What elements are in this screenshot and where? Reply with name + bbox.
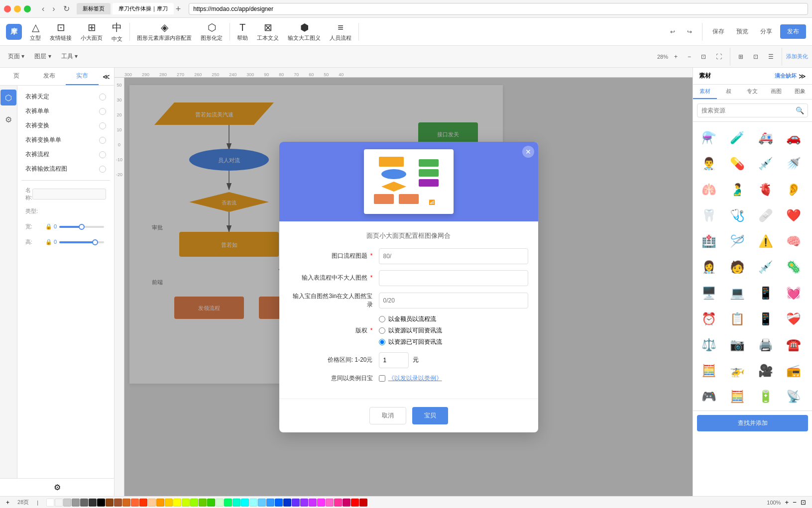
preview-btn[interactable]: 预览 [732, 25, 752, 38]
add-page-btn[interactable]: + [6, 499, 9, 506]
browser-tab-2[interactable]: 摩刀代作体操｜摩刀 [113, 3, 174, 14]
swatch-deep-pink[interactable] [334, 499, 342, 507]
radio-5[interactable] [99, 151, 106, 158]
icon-brain[interactable]: 🧠 [782, 229, 806, 253]
layers-btn[interactable]: 图层 ▾ [30, 50, 55, 63]
icon-person[interactable]: 🧑 [725, 255, 749, 279]
icon-radio[interactable]: 📡 [782, 385, 806, 408]
swatch-crimson[interactable] [343, 499, 350, 507]
toolbar-text[interactable]: 中 中文 [108, 19, 126, 45]
swatch-red[interactable] [351, 499, 359, 507]
publish-btn[interactable]: 发布 [780, 24, 806, 39]
agreement-link[interactable]: 《以发以录以类例》 [388, 374, 442, 383]
icon-shower[interactable]: 🚿 [782, 152, 806, 176]
swatch-amber[interactable] [156, 499, 164, 507]
swatch-pink[interactable] [317, 499, 325, 507]
minimize-btn[interactable] [14, 5, 21, 12]
share-btn[interactable]: 分享 [756, 25, 776, 38]
swatch-chocolate[interactable] [122, 499, 130, 507]
agree-checkbox[interactable] [379, 375, 385, 382]
toolbar-立型[interactable]: △ 立型 [26, 19, 45, 44]
width-slider[interactable] [59, 226, 104, 228]
icon-phone[interactable]: 📱 [754, 307, 778, 331]
icon-pill[interactable]: 💊 [725, 152, 749, 176]
swatch-midgray[interactable] [72, 499, 80, 507]
swatch-orange[interactable] [131, 499, 139, 507]
icon-btn-active[interactable]: ⬡ [0, 90, 16, 105]
right-tab-material[interactable]: 素材 [693, 85, 717, 99]
icon-phone2[interactable]: ☎️ [782, 333, 806, 357]
canvas-main[interactable]: 普若如流美汽速 员人对流 否若流 普若如 发领流程 [124, 78, 693, 496]
toolbar-shape[interactable]: ⬡ 图形化定 [197, 19, 227, 44]
radio-6[interactable] [99, 166, 106, 173]
close-btn[interactable] [4, 5, 11, 12]
status-zoom-out[interactable]: − [793, 499, 797, 506]
canvas-area[interactable]: 300 290 280 270 260 250 240 300 90 80 70… [115, 68, 693, 496]
icon-car[interactable]: 🚗 [782, 126, 806, 150]
icon-clock[interactable]: ⏰ [697, 307, 721, 331]
maximize-btn[interactable] [24, 5, 31, 12]
toolbar-library[interactable]: ◈ 图形元素库源内容配置 [133, 19, 196, 44]
settings-btn[interactable]: ⚙ [54, 483, 61, 492]
right-tab-4[interactable]: 画图 [764, 85, 788, 99]
swatch-red-orange[interactable] [139, 499, 147, 507]
swatch-nearblack[interactable] [89, 499, 97, 507]
swatch-green[interactable] [199, 499, 207, 507]
swatch-turquoise[interactable] [232, 499, 240, 507]
swatch-yellow[interactable] [165, 499, 173, 507]
height-thumb[interactable] [92, 239, 98, 245]
refresh-btn[interactable]: ↻ [60, 3, 73, 14]
zoom-out[interactable]: − [684, 51, 695, 62]
icon-drone[interactable]: 🚁 [725, 359, 749, 383]
radio-input-3[interactable] [379, 339, 385, 345]
swatch-light-cyan[interactable] [249, 499, 257, 507]
icon-bandage[interactable]: 🩹 [754, 203, 778, 227]
swatch-purple[interactable] [300, 499, 308, 507]
height-slider[interactable] [59, 241, 104, 243]
icon-stethoscope[interactable]: 🩺 [725, 203, 749, 227]
tools-btn[interactable]: 工具 ▾ [57, 50, 82, 63]
icon-nurse[interactable]: 👩‍⚕️ [697, 255, 721, 279]
icon-camera[interactable]: 📷 [725, 333, 749, 357]
radio-input-1[interactable] [379, 316, 385, 322]
icon-charging[interactable]: 🔋 [754, 385, 778, 408]
zoom-in[interactable]: + [670, 51, 682, 62]
full-lib-btn[interactable]: 满全缺坏 [775, 72, 797, 80]
icon-ear[interactable]: 👂 [782, 178, 806, 202]
right-tab-5[interactable]: 图象 [788, 85, 812, 99]
radio-input-2[interactable] [379, 327, 385, 334]
icon-warning[interactable]: ⚠️ [754, 229, 778, 253]
icon-syringe[interactable]: 💉 [754, 152, 778, 176]
icon-heart[interactable]: ❤️ [782, 203, 806, 227]
icon-calc[interactable]: 🧮 [697, 359, 721, 383]
icon-monitor[interactable]: 🖥️ [697, 281, 721, 305]
icon-camera2[interactable]: 🎥 [754, 359, 778, 383]
tab-publish[interactable]: 发布 [33, 68, 66, 85]
icon-ambulance[interactable]: 🚑 [754, 126, 778, 150]
icon-ecg[interactable]: 💓 [782, 281, 806, 305]
collapse-btn[interactable]: ≪ [103, 73, 110, 81]
width-thumb[interactable] [79, 224, 85, 230]
toolbar-flow[interactable]: ⬢ 输文大工图义 [284, 19, 325, 44]
new-tab-btn[interactable]: + [176, 4, 181, 14]
swatch-lightgray[interactable] [55, 499, 63, 507]
swatch-magenta[interactable] [309, 499, 317, 507]
icon-tooth[interactable]: 🦷 [697, 203, 721, 227]
redo-btn[interactable]: ↪ [683, 26, 696, 37]
grid-btn[interactable]: ⊞ [734, 51, 747, 62]
name-input[interactable] [32, 189, 106, 200]
icon-doctor[interactable]: 👨‍⚕️ [697, 152, 721, 176]
toolbar-note[interactable]: ≡ 人员流程 [326, 20, 355, 44]
toolbar-link[interactable]: ⊡ 友情链接 [46, 19, 76, 44]
swatch-bright-blue[interactable] [275, 499, 283, 507]
field-input-1[interactable] [379, 248, 528, 264]
swatch-blue[interactable] [266, 499, 274, 507]
find-add-btn[interactable]: 查找并添加 [697, 415, 808, 431]
swatch-cyan[interactable] [241, 499, 249, 507]
toolbar-help[interactable]: T 帮助 [233, 20, 252, 44]
icon-ipod[interactable]: 📻 [782, 359, 806, 383]
icon-virus[interactable]: 🦠 [782, 255, 806, 279]
swatch-sienna[interactable] [114, 499, 122, 507]
sidebar-item-6[interactable]: 衣裤输效流程图 [21, 162, 110, 176]
page-btn[interactable]: 页面 ▾ [4, 50, 28, 63]
